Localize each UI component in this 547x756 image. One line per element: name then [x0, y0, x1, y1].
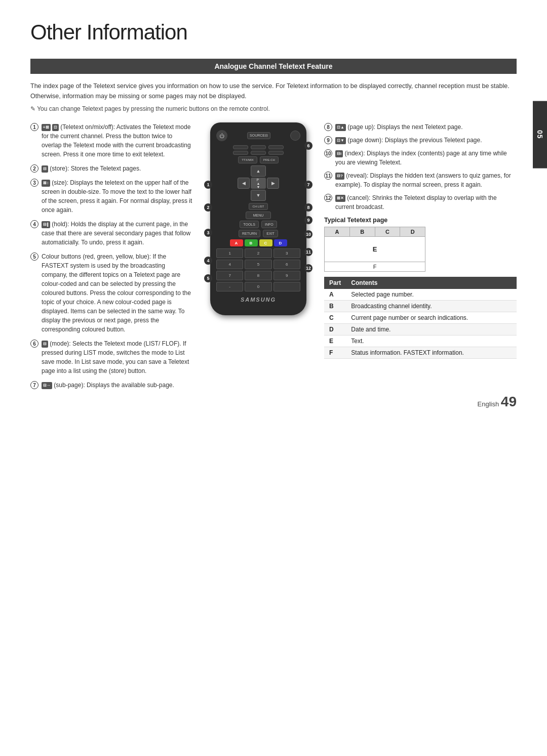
ch-menu-row: CH LIST — [216, 203, 300, 210]
list-item-8: 8 ⊡▲ (page up): Displays the next Telete… — [324, 122, 517, 132]
note-text: You can change Teletext pages by pressin… — [30, 105, 517, 112]
ch-list-button[interactable]: CH LIST — [249, 203, 267, 210]
left-column: 1 ≡⊠ ⊡ (Teletext on/mix/off): Activates … — [30, 122, 192, 395]
nav-up-button[interactable]: ▲ — [251, 165, 266, 177]
callout-4: 4 — [204, 257, 212, 265]
right-column: 8 ⊡▲ (page up): Displays the next Telete… — [324, 122, 517, 395]
samsung-logo: SAMSUNG — [216, 297, 300, 303]
item-number-8: 8 — [324, 123, 332, 131]
btn-empty-6[interactable] — [268, 151, 284, 155]
callout-6: 6 — [304, 142, 312, 150]
teletext-header-row: A B C D — [325, 227, 425, 237]
part-cell: B — [324, 301, 346, 312]
teletext-col-b: B — [350, 227, 375, 236]
remote-wrapper: ⏻ SOURCE⊟ — [210, 122, 306, 315]
list-item-11: 11 ⊟? (reveal): Displays the hidden text… — [324, 171, 517, 189]
section-header: Analogue Channel Teletext Feature — [30, 59, 517, 74]
btn-row-1 — [216, 145, 300, 149]
list-item: 3 ⊠↕ (size): Displays the teletext on th… — [30, 178, 192, 215]
part-cell: D — [324, 324, 346, 335]
num-btn-1[interactable]: 1 — [216, 248, 243, 258]
nav-down-button[interactable]: ▼ — [251, 190, 266, 201]
item-text-8: ⊡▲ (page up): Displays the next Teletext… — [335, 122, 463, 132]
item-number-10: 10 — [324, 149, 332, 157]
num-btn-6[interactable]: 6 — [274, 260, 300, 269]
num-btn-2[interactable]: 2 — [245, 248, 271, 258]
num-btn-3[interactable]: 3 — [274, 248, 300, 258]
side-tab: 05 Other Information — [533, 101, 547, 169]
nav-right-button[interactable]: ▶ — [267, 178, 279, 189]
callout-2: 2 — [204, 203, 212, 212]
contents-cell: Status information. FASTEXT information. — [346, 347, 517, 359]
table-row: BBroadcasting channel identity. — [324, 301, 517, 312]
list-item-9: 9 ⊡▼ (page down): Displays the previous … — [324, 136, 517, 145]
num-btn-7[interactable]: 7 — [216, 271, 243, 280]
callout-9: 9 — [304, 216, 312, 224]
callout-11: 11 — [304, 248, 312, 256]
page-footer: English 49 — [478, 394, 517, 410]
contents-cell: Text. — [346, 335, 517, 347]
tools-button[interactable]: TOOLS — [240, 221, 259, 228]
mute-button[interactable] — [290, 131, 300, 141]
num-btn-9[interactable]: 9 — [274, 271, 300, 280]
power-button[interactable]: ⏻ — [216, 130, 227, 141]
nav-ok-button[interactable]: P▲▼ — [251, 178, 266, 189]
mix-icon: ⊡ — [52, 124, 59, 131]
item-text-10: ⊟i (index): Displays the index (contents… — [335, 149, 517, 167]
list-item: 6 ⊟ (mode): Selects the Teletext mode (L… — [30, 339, 192, 375]
info-button[interactable]: INFO — [261, 221, 277, 228]
list-item-10: 10 ⊟i (index): Displays the index (conte… — [324, 149, 517, 167]
color-btn-green[interactable]: B — [245, 239, 258, 246]
num-btn-misc[interactable] — [274, 282, 300, 291]
item-text-5: Colour buttons (red, green, yellow, blue… — [42, 252, 192, 334]
btn-empty-1[interactable] — [233, 145, 248, 149]
callout-1: 1 — [204, 181, 212, 189]
page-number: 49 — [501, 394, 517, 409]
item-text-6: ⊟ (mode): Selects the Teletext mode (LIS… — [42, 339, 192, 375]
list-item: 7 ⊟↔ (sub-page): Displays the available … — [30, 381, 192, 390]
nav-left-button[interactable]: ◀ — [238, 178, 250, 189]
part-cell: C — [324, 312, 346, 324]
teletext-preview: A B C D E F — [324, 227, 425, 272]
num-row-2: 4 5 6 — [216, 260, 300, 269]
return-button[interactable]: RETURN — [239, 230, 260, 237]
item-number-9: 9 — [324, 136, 332, 144]
pre-ch-button[interactable]: PRE-CH — [260, 156, 279, 163]
ttx-mix-button[interactable]: TTX/MIX — [238, 156, 257, 163]
remote-control: ⏻ SOURCE⊟ — [210, 122, 306, 315]
num-btn-4[interactable]: 4 — [216, 260, 243, 269]
menu-button[interactable]: MENU — [246, 212, 271, 219]
table-row: FStatus information. FASTEXT information… — [324, 347, 517, 359]
ttx-icon: ≡⊠ — [42, 124, 51, 131]
ttx-row: TTX/MIX PRE-CH — [216, 156, 300, 163]
exit-button[interactable]: EXIT — [263, 230, 278, 237]
page-title: Other Information — [30, 20, 517, 45]
btn-empty-2[interactable] — [251, 145, 266, 149]
callout-10: 10 — [304, 230, 312, 238]
teletext-body: E — [325, 237, 425, 262]
num-row-1: 1 2 3 — [216, 248, 300, 258]
btn-empty-5[interactable] — [251, 151, 266, 155]
num-btn-0[interactable]: 0 — [245, 282, 271, 291]
cancel-icon: ⊠✕ — [335, 195, 345, 202]
color-btn-red[interactable]: A — [230, 239, 243, 246]
num-btn-minus[interactable]: - — [216, 282, 243, 291]
subpage-icon: ⊟↔ — [42, 382, 52, 389]
color-btn-yellow[interactable]: C — [259, 239, 272, 246]
color-btn-blue[interactable]: D — [274, 239, 287, 246]
tools-info-row: TOOLS INFO — [216, 221, 300, 228]
item-number-3: 3 — [30, 179, 38, 187]
callout-3: 3 — [204, 229, 212, 237]
btn-empty-4[interactable] — [233, 151, 248, 155]
main-content: 1 ≡⊠ ⊡ (Teletext on/mix/off): Activates … — [30, 122, 517, 395]
btn-empty-3[interactable] — [268, 145, 284, 149]
table-row: ASelected page number. — [324, 289, 517, 301]
footer-text: English — [478, 400, 499, 408]
parts-table-header-part: Part — [324, 277, 346, 289]
table-row: DDate and time. — [324, 324, 517, 335]
source-button[interactable]: SOURCE⊟ — [247, 132, 270, 139]
num-btn-5[interactable]: 5 — [245, 260, 271, 269]
page-down-icon: ⊡▼ — [335, 137, 346, 144]
table-row: EText. — [324, 335, 517, 347]
num-btn-8[interactable]: 8 — [245, 271, 271, 280]
